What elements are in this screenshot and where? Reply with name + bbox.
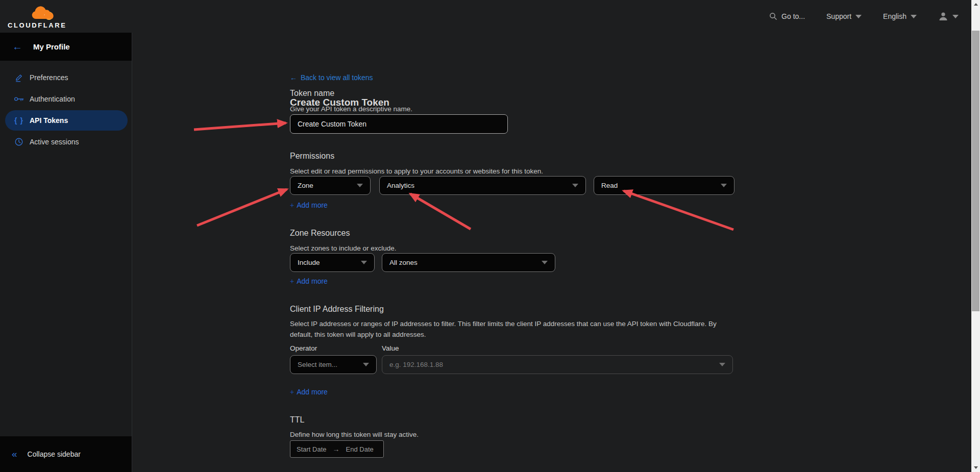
- zone-resources-add-more-link[interactable]: +Add more: [290, 277, 328, 285]
- goto-search[interactable]: Go to...: [769, 12, 805, 20]
- arrow-right-icon: →: [333, 445, 340, 453]
- sidebar-item-label: Preferences: [30, 73, 68, 82]
- value-label: Value: [382, 344, 399, 352]
- permissions-description: Select edit or read permissions to apply…: [290, 166, 543, 177]
- language-menu[interactable]: English: [883, 12, 917, 20]
- ip-value-select[interactable]: e.g. 192.168.1.88: [382, 355, 733, 374]
- scroll-down-button[interactable]: [971, 463, 980, 472]
- zone-resources-zones-select[interactable]: All zones: [382, 253, 555, 272]
- cloudflare-logo[interactable]: CLOUDFLARE: [8, 3, 64, 29]
- brand-wordmark: CLOUDFLARE: [8, 21, 67, 29]
- zone-resources-description: Select zones to include or exclude.: [290, 243, 397, 254]
- clock-icon: [13, 137, 24, 146]
- account-menu[interactable]: [938, 11, 959, 21]
- vertical-scrollbar[interactable]: [971, 0, 980, 472]
- sidebar-title: My Profile: [33, 42, 70, 51]
- sidebar-item-preferences[interactable]: Preferences: [5, 67, 128, 88]
- ttl-description: Define how long this token will stay act…: [290, 429, 419, 440]
- goto-label: Go to...: [781, 12, 805, 20]
- ip-filtering-heading: Client IP Address Filtering: [290, 305, 384, 314]
- braces-icon: { }: [13, 116, 24, 125]
- back-arrow-icon: ←: [290, 73, 297, 82]
- top-bar: CLOUDFLARE Go to... Support English: [0, 0, 980, 33]
- ttl-date-range-picker[interactable]: Start Date → End Date: [290, 440, 384, 458]
- triangle-down-icon: [974, 466, 978, 469]
- scrollbar-thumb[interactable]: [972, 31, 979, 311]
- chevron-down-icon: [357, 184, 363, 187]
- support-menu[interactable]: Support: [826, 12, 862, 20]
- permissions-heading: Permissions: [290, 152, 334, 161]
- sidebar-item-authentication[interactable]: Authentication: [5, 89, 128, 109]
- language-label: English: [883, 12, 906, 20]
- chevron-down-icon: [572, 184, 578, 187]
- pen-icon: [13, 73, 24, 82]
- search-icon: [769, 12, 777, 20]
- permission-access-select[interactable]: Read: [594, 176, 734, 195]
- sidebar-header: ← My Profile: [0, 33, 132, 61]
- collapse-chevrons-icon: «: [12, 449, 17, 460]
- token-name-description: Give your API token a descriptive name.: [290, 104, 412, 114]
- chevron-down-icon: [719, 363, 725, 366]
- ip-filtering-add-more-link[interactable]: +Add more: [290, 388, 328, 396]
- zone-resources-heading: Zone Resources: [290, 229, 350, 238]
- chevron-down-icon: [721, 184, 727, 187]
- plus-icon: +: [290, 201, 294, 209]
- start-date-field[interactable]: Start Date: [297, 445, 327, 453]
- plus-icon: +: [290, 388, 294, 396]
- collapse-label: Collapse sidebar: [28, 450, 81, 458]
- ttl-heading: TTL: [290, 415, 304, 425]
- permission-category-select[interactable]: Analytics: [379, 176, 586, 195]
- token-name-heading: Token name: [290, 89, 334, 98]
- ip-filtering-description: Select IP addresses or ranges of IP addr…: [290, 318, 729, 340]
- triangle-up-icon: [974, 3, 978, 6]
- ip-operator-select[interactable]: Select item...: [290, 355, 377, 374]
- zone-resources-mode-select[interactable]: Include: [290, 253, 375, 272]
- token-name-input[interactable]: [290, 114, 508, 134]
- chevron-down-icon: [363, 363, 369, 366]
- plus-icon: +: [290, 277, 294, 285]
- sidebar-item-label: Active sessions: [30, 138, 79, 146]
- support-label: Support: [826, 12, 851, 20]
- operator-label: Operator: [290, 344, 317, 352]
- scroll-up-button[interactable]: [971, 0, 980, 9]
- main-content: ← Back to view all tokens Create Custom …: [133, 33, 971, 472]
- end-date-field[interactable]: End Date: [346, 445, 374, 453]
- cloudflare-cloud-icon: [28, 4, 55, 21]
- chevron-down-icon: [952, 15, 959, 18]
- chevron-down-icon: [911, 15, 917, 18]
- top-nav: Go to... Support English: [769, 0, 959, 33]
- permissions-add-more-link[interactable]: +Add more: [290, 201, 328, 209]
- back-arrow-icon[interactable]: ←: [12, 41, 22, 53]
- chevron-down-icon: [542, 261, 548, 264]
- sidebar: ← My Profile Preferences Authentication: [0, 33, 132, 472]
- sidebar-item-api-tokens[interactable]: { } API Tokens: [5, 110, 128, 131]
- cloudflare-dashboard: CLOUDFLARE Go to... Support English: [0, 0, 980, 472]
- user-avatar-icon: [938, 11, 948, 21]
- sidebar-item-label: Authentication: [30, 95, 75, 103]
- permission-scope-select[interactable]: Zone: [290, 176, 371, 195]
- sidebar-item-label: API Tokens: [30, 116, 68, 125]
- sidebar-item-active-sessions[interactable]: Active sessions: [5, 132, 128, 152]
- chevron-down-icon: [361, 261, 367, 264]
- collapse-sidebar-button[interactable]: « Collapse sidebar: [0, 436, 132, 472]
- back-to-tokens-link[interactable]: ← Back to view all tokens: [290, 73, 373, 82]
- chevron-down-icon: [855, 15, 862, 18]
- key-icon: [13, 95, 24, 103]
